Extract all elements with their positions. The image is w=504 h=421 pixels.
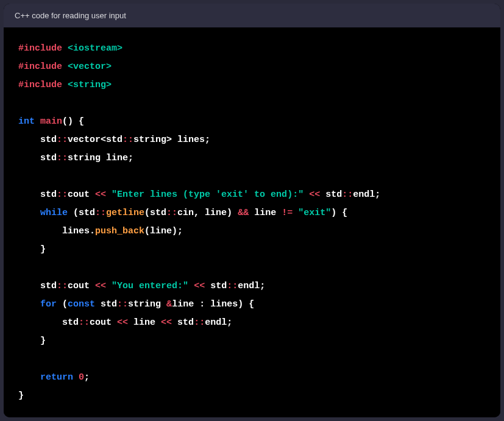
code-token: [188, 281, 194, 291]
code-token: std: [18, 189, 57, 200]
code-token: 0: [79, 372, 84, 383]
code-token: [293, 208, 298, 218]
code-token: ;: [84, 372, 90, 383]
code-token: std: [95, 299, 117, 310]
code-token: <<: [117, 317, 128, 328]
code-token: ::: [342, 189, 353, 200]
code-token: ::: [57, 281, 68, 291]
code-token: cout: [68, 189, 95, 200]
code-token: <<: [309, 189, 320, 200]
code-token: [73, 372, 79, 383]
code-token: [18, 372, 40, 383]
code-token: std: [106, 135, 122, 145]
code-token: const: [68, 299, 95, 310]
code-block-container: C++ code for reading user input #include…: [4, 4, 500, 417]
code-token: getline: [106, 208, 144, 218]
code-token: #include: [18, 80, 62, 90]
code-token: #include: [18, 43, 62, 54]
code-token: endl;: [353, 189, 380, 200]
code-token: <<: [95, 189, 106, 200]
code-token: line: [249, 208, 282, 218]
code-token: (: [57, 299, 68, 310]
code-token: string: [128, 299, 166, 310]
code-token: (std: [144, 208, 166, 218]
code-token: (std: [68, 208, 95, 218]
code-token: ::: [57, 135, 68, 145]
code-token: ::: [194, 317, 205, 328]
code-token: line : lines) {: [172, 299, 254, 310]
code-token: <<: [161, 317, 172, 328]
code-token: cin, line): [177, 208, 238, 218]
code-token: "exit": [298, 208, 331, 218]
code-token: <<: [95, 281, 106, 291]
code-token: &: [166, 299, 172, 310]
code-token: std: [205, 281, 227, 291]
code-token: ) {: [331, 208, 347, 218]
code-token: ::: [79, 317, 90, 328]
code-token: ::: [57, 153, 68, 163]
code-token: <vector>: [68, 62, 112, 72]
code-token: ::: [227, 281, 238, 291]
code-area[interactable]: #include <iostream> #include <vector> #i…: [4, 27, 500, 417]
code-token: std: [320, 189, 342, 200]
code-token: > lines;: [166, 135, 210, 145]
code-token: std: [18, 281, 57, 291]
code-token: (line);: [144, 226, 183, 236]
code-token: [18, 299, 40, 310]
code-token: return: [40, 372, 73, 383]
code-token: <iostream>: [68, 43, 122, 54]
code-token: ::: [122, 135, 133, 145]
code-token: push_back: [95, 226, 144, 236]
code-token: [35, 116, 40, 127]
code-token: "Enter lines (type 'exit' to end):": [112, 189, 303, 200]
code-token: main: [40, 116, 62, 127]
code-token: [106, 281, 112, 291]
code-token: <string>: [68, 80, 112, 90]
code-token: [18, 208, 40, 218]
code-token: [62, 80, 68, 90]
code-token: }: [18, 336, 46, 346]
code-token: vector: [68, 135, 101, 145]
code-token: line: [128, 317, 161, 328]
code-token: std: [18, 317, 79, 328]
code-token: [106, 189, 112, 200]
code-token: <: [101, 135, 106, 145]
code-token: cout: [68, 281, 95, 291]
code-block-title: C++ code for reading user input: [15, 11, 126, 20]
code-token: ::: [166, 208, 177, 218]
code-token: for: [40, 299, 57, 310]
code-token: }: [18, 391, 24, 401]
code-token: [62, 43, 68, 54]
code-token: std: [18, 135, 57, 145]
code-token: cout: [90, 317, 117, 328]
code-token: std: [18, 153, 57, 163]
code-token: () {: [62, 116, 84, 127]
code-token: ::: [57, 189, 68, 200]
code-token: lines.: [18, 226, 95, 236]
code-token: [303, 189, 309, 200]
code-block-header: C++ code for reading user input: [4, 4, 500, 27]
code-token: &&: [238, 208, 249, 218]
code-token: while: [40, 208, 68, 218]
code-token: #include: [18, 62, 62, 72]
code-token: endl;: [238, 281, 265, 291]
code-token: ::: [95, 208, 106, 218]
code-token: ::: [117, 299, 128, 310]
code-token: "You entered:": [112, 281, 188, 291]
code-token: }: [18, 244, 46, 255]
code-token: std: [172, 317, 194, 328]
code-token: int: [18, 116, 35, 127]
code-token: string: [133, 135, 166, 145]
code-token: [62, 62, 68, 72]
code-token: <<: [194, 281, 205, 291]
code-token: string line;: [68, 153, 133, 163]
code-token: endl;: [205, 317, 232, 328]
code-token: !=: [282, 208, 293, 218]
